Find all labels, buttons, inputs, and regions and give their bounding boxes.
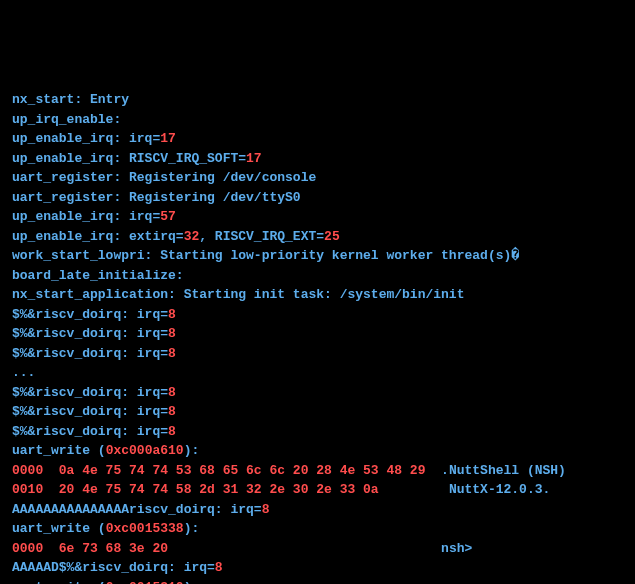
log-segment: 8 (262, 502, 270, 517)
log-segment: , RISCV_IRQ_EXT= (199, 229, 324, 244)
log-line: 0000 6e 73 68 3e 20 nsh> (12, 539, 623, 559)
log-segment: 8 (168, 385, 176, 400)
log-segment: AAAAAD$%&riscv_doirq: irq= (12, 560, 215, 575)
log-segment: $%&riscv_doirq: irq= (12, 326, 168, 341)
log-segment: 17 (246, 151, 262, 166)
log-segment: 0010 20 4e 75 74 74 58 2d 31 32 2e 30 2e… (12, 482, 441, 497)
log-line: up_enable_irq: irq=17 (12, 129, 623, 149)
log-line: uart_register: Registering /dev/console (12, 168, 623, 188)
log-segment: nsh> (441, 541, 472, 556)
log-segment: uart_register: Registering /dev/console (12, 170, 316, 185)
log-segment: ... (12, 365, 35, 380)
log-segment: up_enable_irq: irq= (12, 209, 160, 224)
log-segment: $%&riscv_doirq: irq= (12, 346, 168, 361)
log-line: uart_write (0xc000a610): (12, 441, 623, 461)
log-line: uart_write (0xc0015310): (12, 578, 623, 585)
log-line: 0000 0a 4e 75 74 74 53 68 65 6c 6c 20 28… (12, 461, 623, 481)
log-segment: 0000 6e 73 68 3e 20 (12, 541, 441, 556)
log-segment: 8 (168, 424, 176, 439)
log-segment: $%&riscv_doirq: irq= (12, 404, 168, 419)
log-segment: nx_start: Entry (12, 92, 129, 107)
log-segment: 8 (168, 326, 176, 341)
log-segment: up_enable_irq: extirq= (12, 229, 184, 244)
log-segment: 8 (168, 404, 176, 419)
log-segment: 8 (168, 307, 176, 322)
log-segment: 25 (324, 229, 340, 244)
log-line: $%&riscv_doirq: irq=8 (12, 402, 623, 422)
log-line: $%&riscv_doirq: irq=8 (12, 422, 623, 442)
log-segment: 0000 0a 4e 75 74 74 53 68 65 6c 6c 20 28… (12, 463, 441, 478)
log-line: nx_start_application: Starting init task… (12, 285, 623, 305)
log-segment: uart_write ( (12, 580, 106, 585)
log-segment: 0xc000a610 (106, 443, 184, 458)
log-line: AAAAAAAAAAAAAAAriscv_doirq: irq=8 (12, 500, 623, 520)
log-segment: ): (184, 580, 200, 585)
log-segment: nx_start_application: Starting init task… (12, 287, 464, 302)
terminal-output: nx_start: Entryup_irq_enable:up_enable_i… (12, 90, 623, 584)
log-segment: 8 (215, 560, 223, 575)
log-line: $%&riscv_doirq: irq=8 (12, 324, 623, 344)
log-line: board_late_initialize: (12, 266, 623, 286)
log-line: up_irq_enable: (12, 110, 623, 130)
log-segment: uart_register: Registering /dev/ttyS0 (12, 190, 301, 205)
log-line: nx_start: Entry (12, 90, 623, 110)
log-line: uart_write (0xc0015338): (12, 519, 623, 539)
log-segment: .NuttShell (NSH) (441, 463, 566, 478)
log-line: up_enable_irq: RISCV_IRQ_SOFT=17 (12, 149, 623, 169)
log-segment: up_irq_enable: (12, 112, 121, 127)
log-line: work_start_lowpri: Starting low-priority… (12, 246, 623, 266)
log-segment: uart_write ( (12, 443, 106, 458)
log-segment: ): (184, 521, 200, 536)
log-segment: $%&riscv_doirq: irq= (12, 307, 168, 322)
log-segment: 0xc0015310 (106, 580, 184, 585)
log-segment: $%&riscv_doirq: irq= (12, 424, 168, 439)
log-line: 0010 20 4e 75 74 74 58 2d 31 32 2e 30 2e… (12, 480, 623, 500)
log-segment: NuttX-12.0.3. (441, 482, 550, 497)
log-segment: ): (184, 443, 200, 458)
log-segment: up_enable_irq: RISCV_IRQ_SOFT= (12, 151, 246, 166)
log-segment: 8 (168, 346, 176, 361)
log-segment: 0xc0015338 (106, 521, 184, 536)
log-line: uart_register: Registering /dev/ttyS0 (12, 188, 623, 208)
log-segment: 32 (184, 229, 200, 244)
log-segment: up_enable_irq: irq= (12, 131, 160, 146)
log-segment: 57 (160, 209, 176, 224)
log-segment: 17 (160, 131, 176, 146)
log-line: $%&riscv_doirq: irq=8 (12, 305, 623, 325)
log-segment: board_late_initialize: (12, 268, 184, 283)
log-segment: work_start_lowpri: Starting low-priority… (12, 248, 519, 263)
log-line: AAAAAD$%&riscv_doirq: irq=8 (12, 558, 623, 578)
log-line: $%&riscv_doirq: irq=8 (12, 344, 623, 364)
log-segment: uart_write ( (12, 521, 106, 536)
log-line: up_enable_irq: extirq=32, RISCV_IRQ_EXT=… (12, 227, 623, 247)
log-line: up_enable_irq: irq=57 (12, 207, 623, 227)
log-line: ... (12, 363, 623, 383)
log-segment: $%&riscv_doirq: irq= (12, 385, 168, 400)
log-line: $%&riscv_doirq: irq=8 (12, 383, 623, 403)
log-segment: AAAAAAAAAAAAAAAriscv_doirq: irq= (12, 502, 262, 517)
